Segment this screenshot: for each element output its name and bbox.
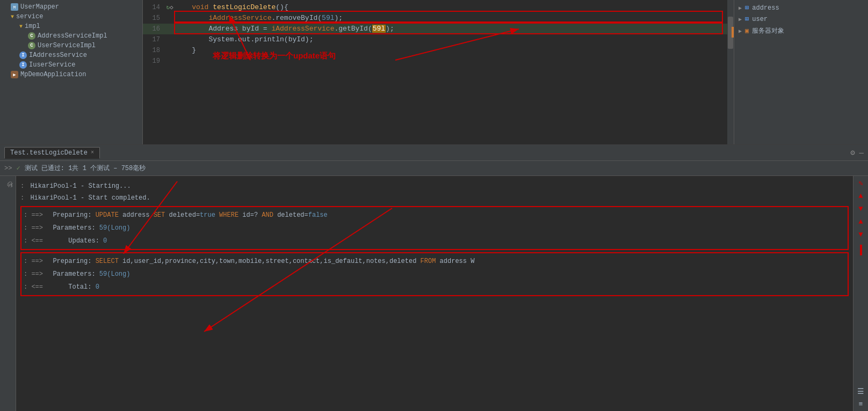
line-gutter: ↻ ◇ (164, 2, 175, 13)
console-text: HikariPool-1 - Start completed. (26, 192, 150, 204)
sidebar-item-usermapper[interactable]: M UserMapper (0, 2, 142, 12)
console-text: Parameters: 59(Long) (49, 268, 130, 280)
test-pass-icon: ✓ (16, 164, 20, 172)
console-prefix: : ==> (24, 268, 47, 280)
test-bar: >> ✓ 测试 已通过: 1共 1 个测试 – 758毫秒 (0, 161, 868, 176)
console-line-1: : HikariPool-1 - Starting... (16, 180, 853, 192)
scroll-up2-button[interactable]: ▲ (856, 217, 866, 226)
expand-button[interactable]: >> (4, 165, 12, 172)
console-line-2: : HikariPool-1 - Start completed. (16, 192, 853, 204)
chevron-right-icon: ▶ (739, 16, 742, 23)
tab-close-button[interactable]: × (91, 150, 94, 156)
line-content: System.out.println(byId); (175, 34, 734, 45)
console-text: Parameters: 59(Long) (49, 222, 130, 234)
scroll-down-button[interactable]: ▼ (856, 204, 866, 214)
console-text: Total: 0 (49, 281, 99, 293)
code-line-18: 18 } (143, 45, 734, 56)
console-prefix: : (20, 180, 24, 192)
console-line-8: : <== Total: 0 (24, 281, 845, 293)
sidebar-item-label: UserServiceImpl (38, 42, 96, 49)
console-prefix: : (20, 192, 24, 204)
folder-icon: ▼ (11, 14, 14, 20)
sidebar-item-userserviceimpl[interactable]: C UserServiceImpl (0, 41, 142, 50)
sidebar-item-addressserviceimpl[interactable]: C AddressServiceImpl (0, 31, 142, 41)
console-text: Preparing: SELECT id,user_id,province,ci… (49, 255, 474, 267)
console-output: : HikariPool-1 - Starting... : HikariPoo… (16, 176, 853, 411)
line-content: } (175, 45, 734, 56)
gear-icon[interactable]: ⚙ (850, 148, 855, 157)
right-panel-label: user (752, 16, 768, 23)
console-prefix: : ==> (24, 209, 47, 221)
scroll-down2-button[interactable]: ▼ (856, 230, 866, 239)
console-text: Updates: 0 (49, 235, 107, 247)
bookmark-icon: ◇ (170, 2, 173, 13)
sidebar-item-label: service (16, 13, 43, 20)
right-panel-item-address[interactable]: ▶ ⊞ address (734, 2, 868, 13)
console-sql-box-2: : ==> Preparing: SELECT id,user_id,provi… (20, 252, 849, 296)
vertical-scrollbar[interactable] (727, 0, 734, 144)
code-line-14: 14 ↻ ◇ void testLogicDelete(){ (143, 2, 734, 13)
right-panel: ▶ ⊞ address ▶ ⊞ user ▶ ▣ 服务器对象 (734, 0, 868, 144)
folder-icon: ▼ (19, 24, 23, 30)
sidebar-item-label: impl (25, 23, 40, 30)
console-text: HikariPool-1 - Starting... (26, 180, 131, 192)
right-panel-item-user[interactable]: ▶ ⊞ user (734, 13, 868, 25)
settings-icon-button[interactable]: ≡ (856, 399, 866, 409)
line-number: 18 (143, 45, 164, 56)
table-icon: ⊞ (745, 4, 749, 12)
line-number: 19 (143, 56, 164, 67)
console-prefix: : <== (24, 281, 47, 293)
sidebar-item-service[interactable]: ▼ service (0, 12, 142, 21)
sidebar-item-impl[interactable]: ▼ impl (0, 21, 142, 31)
code-editor: 14 ↻ ◇ void testLogicDelete(){ 15 iAddre… (143, 0, 734, 144)
tab-label: Test.testLogicDelete (10, 149, 88, 157)
sidebar-item-label: UserMapper (20, 3, 59, 11)
minimize-icon[interactable]: — (859, 149, 864, 157)
class-icon: C (28, 32, 35, 40)
line-number: 17 (143, 34, 164, 45)
chevron-right-icon: ▶ (739, 5, 742, 11)
tab-bar: Test.testLogicDelete × ⚙ — (0, 145, 868, 161)
line-number: 16 (143, 24, 164, 34)
scroll-up-button[interactable]: ▲ (856, 191, 866, 201)
active-tab[interactable]: Test.testLogicDelete × (4, 147, 100, 159)
console-line-3: : ==> Preparing: UPDATE address SET dele… (24, 209, 845, 221)
code-lines: 14 ↻ ◇ void testLogicDelete(){ 15 iAddre… (143, 0, 734, 69)
interface-icon: I (19, 61, 27, 69)
console-prefix: : ==> (24, 222, 47, 234)
sidebar-item-label: MpDemoApplication (20, 71, 86, 78)
line-number: 14 (143, 2, 164, 13)
sidebar-item-label: AddressServiceImpl (38, 32, 107, 40)
sidebar-item-mpdemoapplication[interactable]: ▶ MpDemoApplication (0, 70, 142, 79)
right-scrollbar-panel: ✎ ▲ ▼ ▲ ▼ ☰ ≡ (853, 176, 868, 411)
table-icon: ⊞ (745, 15, 749, 23)
edit-icon-button[interactable]: ✎ (856, 178, 866, 188)
class-icon: C (28, 42, 35, 49)
sidebar: M UserMapper ▼ service ▼ impl C AddressS… (0, 0, 143, 144)
time-column: 秒 秒 (0, 176, 16, 411)
sidebar-item-label: IAddressService (29, 52, 87, 59)
line-content: iAddressService.removeById(59l); (175, 13, 734, 24)
line-content: void testLogicDelete(){ (175, 2, 734, 13)
sidebar-item-iuserservice[interactable]: I IuserService (0, 60, 142, 70)
console-line-4: : ==> Parameters: 59(Long) (24, 222, 845, 234)
code-line-19: 19 (143, 56, 734, 67)
right-panel-label: 服务器对象 (752, 26, 784, 35)
console-line-6: : ==> Preparing: SELECT id,user_id,provi… (24, 255, 845, 267)
console-line-7: : ==> Parameters: 59(Long) (24, 268, 845, 280)
right-panel-label: address (752, 4, 779, 12)
console-text: Preparing: UPDATE address SET deleted=tr… (49, 209, 328, 221)
right-panel-item-server[interactable]: ▶ ▣ 服务器对象 (734, 25, 868, 37)
server-icon: ▣ (745, 27, 749, 35)
bottom-section: 秒 秒 : HikariPool-1 - Starting... : Hikar… (0, 176, 868, 411)
line-content: Address byId = iAddressService.getById(5… (175, 24, 734, 34)
chevron-right-icon: ▶ (739, 28, 742, 34)
interface-icon: I (19, 52, 27, 59)
code-line-15: 15 iAddressService.removeById(59l); (143, 13, 734, 24)
console-prefix: : ==> (24, 255, 47, 267)
console-prefix: : <== (24, 235, 47, 247)
console-line-5: : <== Updates: 0 (24, 235, 845, 247)
run-icon[interactable]: ↻ (166, 2, 170, 13)
align-icon-button[interactable]: ☰ (856, 386, 866, 396)
sidebar-item-iaddressservice[interactable]: I IAddressService (0, 50, 142, 60)
